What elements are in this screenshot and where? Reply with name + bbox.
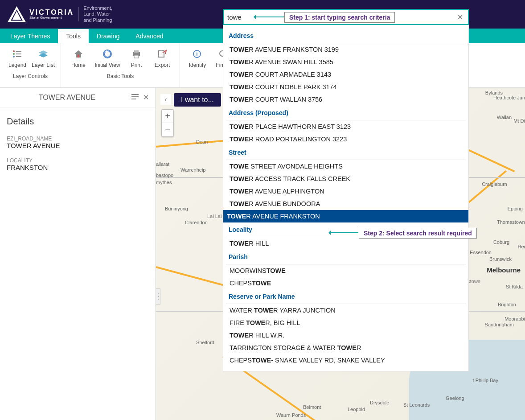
suggestion-category: Reserve or Park Name [226,289,466,304]
svg-rect-6 [78,55,79,58]
zoom-in-button[interactable]: + [162,110,173,123]
i-want-to-button[interactable]: I want to... [174,93,221,107]
victoria-logo: VICTORIA State Government Environment, L… [7,5,112,23]
logo-triangle-icon [7,5,27,23]
map-label: Sandringham [485,322,514,327]
close-sidebar-button[interactable]: ✕ [140,93,151,102]
sidebar-body: Details EZI_ROAD_NAME TOWER AVENUE LOCAL… [0,107,156,188]
map-label: Clarendon [185,220,208,225]
map-label: Brighton [498,302,516,307]
sidebar-title-bar: TOWER AVENUE ✕ [0,88,156,107]
field-locality: LOCALITY FRANKSTON [7,157,149,171]
map-label: Mt Di [513,118,525,124]
map-label-melbourne: Melbourne [487,266,521,274]
suggestion-item[interactable]: MOORWINSTOWE [226,264,466,277]
suggestion-category: Parish [226,250,466,264]
clear-search-button[interactable]: ✕ [455,13,464,21]
svg-point-4 [13,56,15,58]
map-label: Geelong [446,395,464,401]
details-sidebar: TOWER AVENUE ✕ Details EZI_ROAD_NAME TOW… [0,88,156,420]
map-label: bastopol [156,173,175,178]
suggestion-item[interactable]: TOWER PLACE HAWTHORN EAST 3123 [226,120,466,133]
map-label: Drysdale [370,400,389,405]
field-value: FRANKSTON [7,164,149,171]
zoom-control: + − [161,109,174,137]
field-ezi-road-name: EZI_ROAD_NAME TOWER AVENUE [7,136,149,149]
export-icon [157,48,167,60]
annotation-arrow-1 [255,16,284,17]
suggestion-item[interactable]: TOWER AVENUE SWAN HILL 3585 [226,56,466,68]
zoom-out-button[interactable]: − [162,123,173,136]
suggestion-item[interactable]: TOWER COURT NOBLE PARK 3174 [226,81,466,93]
svg-point-20 [158,296,159,297]
map-label: t Phillip Bay [473,378,498,383]
tool-group-basic-tools: Home Initial View Print Export [61,43,180,87]
layer-list-button[interactable]: Layer List [30,45,56,70]
map-label: St Kilda [506,284,523,289]
map-label: Lal Lal [207,214,221,219]
logo-text: VICTORIA State Government [29,9,74,20]
home-button[interactable]: Home [66,45,91,70]
svg-rect-10 [134,55,139,58]
suggestion-item[interactable]: TOWER AVENUE BUNDOORA [226,198,466,210]
suggestion-item[interactable]: WATER TOWER YARRA JUNCTION [226,304,466,317]
group-label-basic-tools: Basic Tools [107,70,134,81]
sidebar-title: TOWER AVENUE [4,94,130,102]
map-label: Essendon [470,250,492,255]
logo-divider [78,7,79,21]
tab-advanced[interactable]: Advanced [127,29,171,43]
suggestion-item[interactable]: TOWE STREET AVONDALE HEIGHTS [226,160,466,173]
field-label: LOCALITY [7,157,149,164]
tab-layer-themes[interactable]: Layer Themes [2,29,58,43]
map-label: Thomastown [497,219,525,225]
collapse-sidebar-button[interactable]: ‹ [160,94,171,105]
search-container: ✕ Address TOWER AVENUE FRANKSTON 3199 TO… [223,9,469,371]
map-label: Warrenheip [180,167,205,173]
suggestion-category: Address (Proposed) [226,106,466,120]
logo-main: VICTORIA [29,9,74,16]
suggestion-item-selected[interactable]: TOWER AVENUE FRANKSTON [223,210,468,222]
suggestion-item[interactable]: TARRINGTON STORAGE & WATER TOWER [226,342,466,354]
initial-view-button[interactable]: Initial View [91,45,123,70]
map-label: Brunswick [489,256,512,262]
map-label: Coburg [493,239,509,245]
suggestion-item[interactable]: TOWER ROAD PORTARLINGTON 3223 [226,133,466,145]
suggestion-item[interactable]: TOWER HILL W.R. [226,329,466,342]
menu-icon[interactable] [130,94,140,102]
search-suggestions: Address TOWER AVENUE FRANKSTON 3199 TOWE… [223,25,469,371]
svg-point-0 [13,50,15,52]
map-label: St Leonards [403,402,430,408]
tab-tools[interactable]: Tools [58,29,89,43]
svg-rect-1 [16,51,21,52]
map-label: Moorabbi [504,316,525,321]
svg-rect-3 [16,54,21,54]
svg-point-21 [158,299,159,300]
dept-text: Environment, Land, Water and Planning [83,5,112,23]
legend-button[interactable]: Legend [4,45,30,70]
suggestion-item[interactable]: TOWER HILL [226,237,466,250]
suggestion-category: Street [226,145,466,160]
suggestion-item[interactable]: TOWER AVENUE ALPHINGTON [226,185,466,198]
svg-rect-5 [16,56,21,57]
map-label: Buninyong [165,206,188,211]
resize-handle[interactable] [156,288,160,305]
suggestion-item[interactable]: TOWER COURT ARMADALE 3143 [226,68,466,81]
export-button[interactable]: Export [149,45,175,70]
svg-point-2 [13,53,15,55]
details-heading: Details [7,116,149,127]
suggestion-item[interactable]: CHEPSTOWE [226,277,466,289]
suggestion-item[interactable]: CHEPSTOWE- SNAKE VALLEY RD, SNAKE VALLEY [226,354,466,366]
suggestion-item[interactable]: FIRE TOWER, BIG HILL [226,317,466,329]
suggestion-item[interactable]: TOWER ACCESS TRACK FALLS CREEK [226,173,466,185]
suggestion-item[interactable]: TOWER COURT WALLAN 3756 [226,93,466,106]
identify-button[interactable]: i Identify [185,45,210,70]
tab-drawing[interactable]: Drawing [89,29,127,43]
suggestion-item[interactable]: TOWER AVENUE FRANKSTON 3199 [226,43,466,56]
svg-rect-17 [131,96,139,97]
svg-rect-9 [134,50,139,53]
map-label: Dean [196,139,208,144]
map-label: Hei [517,244,525,249]
print-button[interactable]: Print [123,45,149,70]
suggestion-category: Address [226,29,466,43]
field-value: TOWER AVENUE [7,142,149,149]
